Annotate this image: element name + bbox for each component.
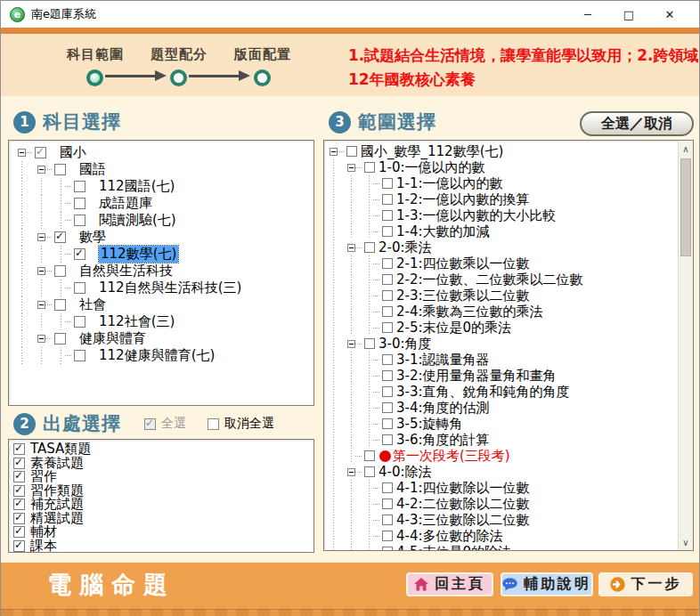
collapse-icon[interactable] (37, 335, 45, 343)
scroll-down-icon[interactable]: ∨ (679, 535, 693, 549)
range-tree-row[interactable]: 1-4:大數的加減 (324, 223, 677, 239)
range-checkbox[interactable] (382, 386, 393, 397)
range-checkbox[interactable] (382, 210, 393, 221)
range-checkbox[interactable] (382, 226, 393, 237)
range-tree-label[interactable]: 2-5:末位是0的乘法 (396, 320, 511, 336)
collapse-icon[interactable] (18, 149, 26, 157)
range-checkbox[interactable] (382, 290, 393, 301)
range-tree-label[interactable]: 4-0:除法 (378, 464, 432, 481)
range-checkbox[interactable] (382, 547, 393, 551)
subject-tree-row[interactable]: 112國語(七) (9, 178, 313, 195)
range-tree-row[interactable]: 4-4:多位數的除法 (324, 528, 677, 544)
range-checkbox[interactable] (382, 434, 393, 445)
range-tree-row[interactable]: 2-3:三位數乘以二位數 (324, 288, 677, 304)
range-checkbox[interactable] (382, 515, 393, 525)
subject-checkbox[interactable] (54, 164, 66, 175)
range-tree-label[interactable]: 第一次段考(三段考) (393, 448, 510, 465)
subject-tree-row[interactable]: 112自然與生活科技(三) (9, 280, 313, 296)
range-tree-label[interactable]: 4-4:多位數的除法 (396, 528, 503, 545)
range-checkbox[interactable] (364, 338, 375, 349)
range-tree-label[interactable]: 1-1:一億以內的數 (396, 175, 503, 192)
range-checkbox[interactable] (382, 194, 393, 205)
range-tree-row[interactable]: 1-0:一億以內的數 (324, 159, 677, 175)
subject-tree-label[interactable]: 國語 (79, 161, 106, 178)
range-tree-row[interactable]: 4-2:二位數除以二位數 (324, 496, 677, 512)
subject-checkbox[interactable] (74, 282, 85, 294)
range-tree-label[interactable]: 3-3:直角、銳角和鈍角的角度 (396, 384, 570, 401)
range-checkbox[interactable] (364, 162, 375, 173)
subject-tree-label[interactable]: 國小 (60, 144, 86, 161)
home-button[interactable]: 回主頁 (406, 572, 493, 596)
range-tree-row[interactable]: 2-0:乘法 (324, 239, 677, 255)
source-checkbox[interactable] (13, 498, 25, 510)
subject-tree-row[interactable]: 自然與生活科技 (9, 263, 313, 280)
range-tree-label[interactable]: 4-1:四位數除以一位數 (396, 480, 530, 497)
subject-checkbox[interactable] (74, 350, 85, 361)
range-tree-row[interactable]: 4-0:除法 (324, 464, 677, 480)
range-checkbox[interactable] (382, 354, 393, 365)
subject-tree-row[interactable]: 國語 (9, 161, 313, 178)
scrollbar-thumb[interactable] (680, 158, 691, 256)
range-tree-row[interactable]: 4-1:四位數除以一位數 (324, 480, 677, 496)
range-tree-label[interactable]: 2-3:三位數乘以二位數 (396, 288, 530, 304)
source-checkbox[interactable] (13, 443, 25, 455)
collapse-icon[interactable] (347, 244, 355, 252)
range-checkbox[interactable] (382, 531, 393, 541)
subject-tree-row[interactable]: 112社會(三) (9, 313, 313, 330)
subject-checkbox[interactable] (35, 147, 46, 158)
collapse-icon[interactable] (37, 233, 45, 241)
range-checkbox[interactable] (382, 498, 393, 509)
subject-tree-label[interactable]: 112健康與體育(七) (99, 347, 215, 364)
range-tree-row[interactable]: 3-3:直角、銳角和鈍角的角度 (324, 384, 677, 400)
subject-tree-label[interactable]: 閱讀測驗(七) (99, 212, 176, 229)
range-checkbox[interactable] (346, 146, 357, 157)
subject-tree-row[interactable]: 健康與體育 (9, 330, 313, 347)
range-tree-label[interactable]: 3-1:認識量角器 (396, 352, 490, 369)
subject-tree-label[interactable]: 自然與生活科技 (79, 263, 173, 280)
subject-checkbox[interactable] (74, 181, 85, 192)
range-tree-row[interactable]: 3-5:旋轉角 (324, 416, 677, 432)
range-tree-label[interactable]: 1-2:一億以內數的換算 (396, 191, 530, 208)
subject-tree-row[interactable]: 閱讀測驗(七) (9, 212, 313, 229)
collapse-icon[interactable] (37, 166, 45, 174)
range-tree-label[interactable]: 2-4:乘數為三位數的乘法 (396, 304, 543, 320)
range-checkbox[interactable] (364, 466, 375, 477)
collapse-icon[interactable] (347, 340, 355, 348)
minimize-button[interactable]: ─ (567, 1, 608, 28)
range-tree-row[interactable]: 國小_數學_112數學(七) (324, 143, 677, 159)
range-tree-label[interactable]: 3-4:角度的估測 (396, 400, 490, 417)
range-tree-label[interactable]: 1-4:大數的加減 (396, 223, 490, 240)
range-checkbox[interactable] (382, 258, 393, 269)
range-checkbox[interactable] (382, 178, 393, 189)
scrollbar[interactable]: ∧ ∨ (678, 141, 693, 550)
subject-checkbox[interactable] (54, 265, 66, 277)
range-checkbox[interactable] (382, 418, 393, 429)
help-button[interactable]: 輔助說明 (501, 572, 593, 596)
range-tree-row[interactable]: 第一次段考(三段考) (324, 448, 677, 464)
subject-tree-row[interactable]: 成語題庫 (9, 195, 313, 212)
source-checkbox[interactable] (13, 458, 25, 469)
range-tree-label[interactable]: 3-5:旋轉角 (396, 416, 463, 433)
subject-tree-row[interactable]: 社會 (9, 296, 313, 313)
range-checkbox[interactable] (364, 450, 375, 461)
source-checkbox[interactable] (13, 485, 25, 497)
source-checkbox[interactable] (13, 471, 25, 482)
range-tree-label[interactable]: 4-5:末位是0的除法 (396, 544, 511, 552)
deselect-all-checkbox[interactable] (208, 418, 219, 430)
subject-tree-label[interactable]: 112自然與生活科技(三) (99, 280, 241, 296)
collapse-icon[interactable] (37, 267, 45, 275)
range-tree-label[interactable]: 3-0:角度 (378, 336, 432, 353)
range-tree-row[interactable]: 3-0:角度 (324, 336, 677, 352)
range-tree-row[interactable]: 1-3:一億以內數的大小比較 (324, 207, 677, 223)
range-tree-row[interactable]: 2-5:末位是0的乘法 (324, 320, 677, 336)
subject-tree-label[interactable]: 社會 (79, 296, 106, 313)
range-checkbox[interactable] (382, 274, 393, 285)
select-all-toggle-button[interactable]: 全選／取消 (580, 111, 694, 136)
range-tree-label[interactable]: 3-6:角度的計算 (396, 432, 490, 449)
range-tree-row[interactable]: 4-5:末位是0的除法 (324, 544, 677, 551)
range-checkbox[interactable] (382, 370, 393, 381)
range-tree-row[interactable]: 2-2:一位數、二位數乘以二位數 (324, 272, 677, 288)
range-tree-label[interactable]: 2-2:一位數、二位數乘以二位數 (396, 272, 583, 288)
subject-tree-label[interactable]: 數學 (79, 229, 106, 246)
collapse-icon[interactable] (347, 468, 355, 476)
